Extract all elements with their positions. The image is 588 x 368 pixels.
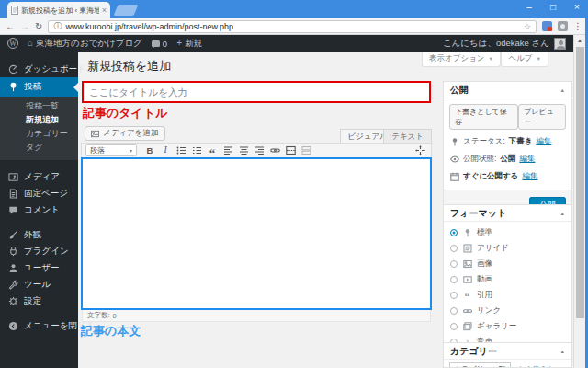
browser-window: 新規投稿を追加 ‹ 東海地… × – □ × ← → ↻ ⓘ www.kuroo… — [0, 0, 588, 368]
blockquote-button[interactable]: “ — [205, 144, 220, 157]
sidebar-item-comments[interactable]: コメント — [0, 201, 78, 218]
distraction-free-button[interactable] — [413, 144, 427, 157]
admin-bar-new-link[interactable]: + 新規 — [176, 38, 202, 50]
read-more-tag-button[interactable] — [283, 144, 298, 157]
page-favicon — [11, 6, 18, 15]
extension-icon[interactable] — [542, 21, 552, 31]
sidebar-item-dashboard[interactable]: ダッシュボード — [0, 61, 78, 77]
paragraph-style-select[interactable]: 段落 ▾ — [85, 144, 137, 156]
collapse-toggle-icon[interactable]: ▲ — [560, 211, 565, 216]
submenu-item-all-posts[interactable]: 投稿一覧 — [0, 99, 78, 113]
italic-button[interactable]: I — [158, 144, 173, 157]
category-tab-most-used[interactable]: よく使うもの — [517, 364, 562, 368]
align-right-button[interactable] — [252, 144, 266, 157]
pushpin-icon — [7, 82, 18, 93]
radio-unselected[interactable] — [450, 323, 458, 330]
wordpress-logo-icon[interactable]: W — [7, 38, 18, 49]
sidebar-item-posts[interactable]: 投稿 — [0, 77, 78, 97]
admin-bar-comments-link[interactable]: 0 — [152, 39, 167, 49]
bold-button[interactable]: B — [142, 144, 157, 157]
tab-title: 新規投稿を追加 ‹ 東海地… — [21, 6, 99, 16]
url-text[interactable]: www.kuroobi.jp/travel/wp-admin/post-new.… — [65, 22, 520, 31]
align-left-button[interactable] — [220, 144, 235, 157]
submenu-item-add-new[interactable]: 新規追加 — [0, 113, 78, 127]
sidebar-item-tools[interactable]: ツール — [0, 276, 78, 293]
edit-visibility-link[interactable]: 編集 — [519, 154, 535, 165]
preview-button[interactable]: プレビュー — [518, 104, 566, 130]
sidebar-item-plugins[interactable]: プラグイン — [0, 243, 78, 259]
numbered-list-button[interactable] — [189, 144, 204, 157]
save-draft-button[interactable]: 下書きとして保存 — [449, 104, 518, 130]
window-close-button[interactable]: × — [571, 2, 582, 12]
scrollbar-thumb[interactable] — [576, 47, 584, 318]
annotation-title-label: 記事のタイトル — [83, 105, 168, 121]
word-count: 文字数: 0 — [82, 310, 431, 322]
radio-unselected[interactable] — [450, 307, 458, 315]
chevron-down-icon: ▼ — [489, 56, 493, 62]
admin-bar-site-link[interactable]: ⌂ 東海地方のおでかけブログ — [28, 38, 142, 50]
user-avatar[interactable] — [554, 38, 566, 50]
radio-unselected[interactable] — [450, 260, 458, 268]
post-title-input[interactable] — [82, 81, 431, 103]
window-minimize-button[interactable]: – — [524, 2, 535, 12]
help-button[interactable]: ヘルプ ▼ — [501, 52, 548, 67]
collapse-toggle-icon[interactable]: ▲ — [560, 349, 565, 354]
add-media-button[interactable]: メディアを追加 — [85, 126, 165, 141]
aside-icon — [462, 244, 472, 254]
schedule-calendar-icon — [450, 172, 459, 181]
sidebar-item-media[interactable]: メディア — [0, 168, 78, 185]
radio-unselected[interactable] — [450, 292, 458, 299]
new-tab-button[interactable] — [114, 5, 139, 16]
format-option-link[interactable]: リンク — [450, 305, 565, 316]
howdy-greeting[interactable]: こんにちは、odekake さん — [443, 38, 549, 50]
sidebar-collapse-menu[interactable]: メニューを閉じる — [0, 317, 78, 334]
comment-count: 0 — [163, 39, 167, 49]
page-scrollbar[interactable]: ▲ — [573, 35, 585, 368]
browser-menu-icon[interactable]: ⋮ — [573, 21, 582, 31]
status-pin-icon — [450, 137, 459, 146]
status-value: 下書き — [509, 136, 533, 147]
format-option-standard[interactable]: 標準 — [450, 227, 565, 238]
sidebar-item-pages[interactable]: 固定ページ — [0, 185, 78, 201]
tab-text-editor[interactable]: テキスト — [383, 129, 432, 144]
edit-status-link[interactable]: 編集 — [536, 136, 551, 147]
sidebar-item-settings[interactable]: 設定 — [0, 293, 78, 309]
align-center-button[interactable] — [236, 144, 251, 157]
format-option-gallery[interactable]: ギャラリー — [450, 321, 565, 332]
url-omnibox[interactable]: ⓘ www.kuroobi.jp/travel/wp-admin/post-ne… — [48, 20, 537, 33]
screen-options-button[interactable]: 表示オプション ▼ — [422, 52, 501, 67]
edit-schedule-link[interactable]: 編集 — [523, 171, 538, 182]
posts-submenu: 投稿一覧 新規追加 カテゴリー タグ — [0, 97, 78, 160]
browser-tab[interactable]: 新規投稿を追加 ‹ 東海地… × — [7, 2, 110, 18]
sidebar-item-users[interactable]: ユーザー — [0, 259, 78, 276]
collapse-toggle-icon[interactable]: ▲ — [560, 87, 565, 93]
radio-unselected[interactable] — [450, 276, 458, 283]
link-button[interactable] — [267, 144, 282, 157]
sidebar-item-appearance[interactable]: 外観 — [0, 226, 78, 243]
back-icon[interactable]: ← — [6, 22, 15, 31]
format-option-image[interactable]: 画像 — [450, 259, 565, 270]
site-info-icon[interactable]: ⓘ — [53, 20, 62, 32]
gear-icon — [7, 295, 18, 306]
browser-addressbar: ← → ↻ ⓘ www.kuroobi.jp/travel/wp-admin/p… — [0, 18, 588, 35]
post-body-editor[interactable] — [81, 157, 432, 310]
scroll-up-icon[interactable]: ▲ — [574, 35, 585, 43]
bookmark-star-icon[interactable]: ☆ — [524, 22, 531, 31]
gallery-icon — [462, 322, 472, 332]
radio-unselected[interactable] — [450, 245, 458, 252]
format-option-quote[interactable]: “ 引用 — [450, 290, 565, 301]
submenu-item-categories[interactable]: カテゴリー — [0, 127, 78, 141]
tab-close-icon[interactable]: × — [102, 6, 107, 15]
submenu-item-tags[interactable]: タグ — [0, 141, 78, 155]
extension-icon[interactable] — [558, 21, 568, 31]
format-option-video[interactable]: 動画 — [450, 274, 565, 285]
category-tab-all[interactable]: カテゴリー一覧 — [449, 362, 511, 368]
format-option-aside[interactable]: アサイド — [450, 243, 565, 254]
radio-selected[interactable] — [450, 229, 458, 236]
collapse-icon — [7, 320, 18, 331]
toolbar-toggle-button[interactable] — [299, 144, 313, 157]
bullet-list-button[interactable] — [174, 144, 188, 157]
forward-icon[interactable]: → — [20, 22, 29, 31]
window-maximize-button[interactable]: □ — [548, 2, 559, 12]
refresh-icon[interactable]: ↻ — [35, 22, 42, 31]
